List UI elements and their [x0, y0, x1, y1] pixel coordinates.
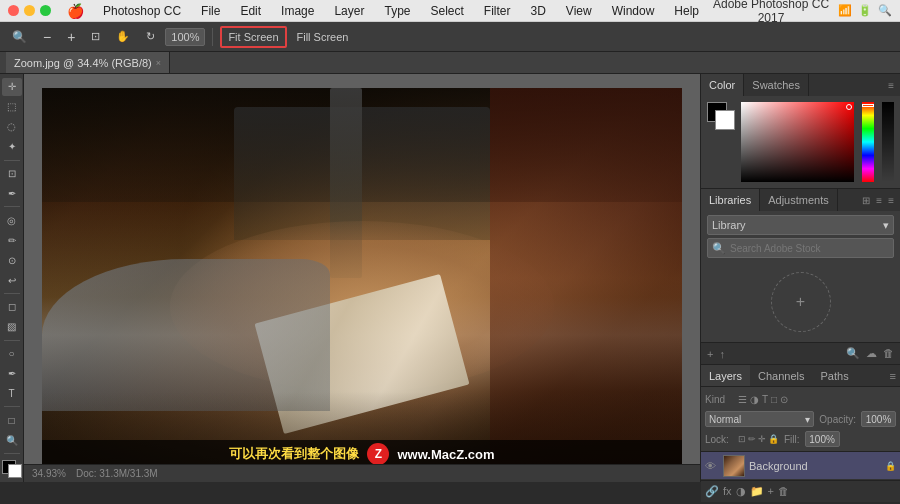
blend-mode-row: Normal ▾ Opacity:	[705, 410, 896, 428]
lock-transparent-icon[interactable]: ⊡	[738, 434, 746, 444]
lasso-tool[interactable]: ◌	[2, 118, 22, 136]
background-color[interactable]	[8, 464, 22, 478]
lock-all-icon[interactable]: 🔒	[768, 434, 779, 444]
wifi-icon: 📶	[838, 4, 852, 17]
hand-icon[interactable]: ✋	[110, 26, 136, 48]
kind-shape-icon[interactable]: □	[771, 394, 777, 405]
hue-bar[interactable]	[862, 102, 874, 182]
fg-bg-color-swatches[interactable]	[707, 102, 735, 130]
kind-smart-icon[interactable]: ⊙	[780, 394, 788, 405]
fx-icon[interactable]: fx	[723, 485, 732, 498]
fit-screen-button[interactable]: Fit Screen	[220, 26, 286, 48]
zoom-level-input[interactable]	[165, 28, 205, 46]
library-trash-icon[interactable]: 🗑	[883, 347, 894, 360]
left-tools-panel: ✛ ⬚ ◌ ✦ ⊡ ✒ ◎ ✏ ⊙ ↩ ◻ ▨ ○ ✒ T □ 🔍	[0, 74, 24, 482]
menu-edit[interactable]: Edit	[235, 4, 266, 18]
opacity-input[interactable]	[861, 411, 896, 427]
kind-text-icon[interactable]: T	[762, 394, 768, 405]
document-tab[interactable]: Zoom.jpg @ 34.4% (RGB/8) ×	[6, 52, 170, 73]
menu-photoshop[interactable]: Photoshop CC	[98, 4, 186, 18]
eyedropper-tool[interactable]: ✒	[2, 185, 22, 203]
new-layer-icon[interactable]: +	[768, 485, 774, 498]
library-search-icon[interactable]: 🔍	[846, 347, 860, 360]
tab-layers[interactable]: Layers	[701, 365, 750, 386]
libraries-menu-icon[interactable]: ≡	[886, 193, 896, 208]
library-add-icon[interactable]: +	[707, 348, 713, 360]
type-tool[interactable]: T	[2, 384, 22, 402]
close-button[interactable]	[8, 5, 19, 16]
library-upload-icon[interactable]: ↑	[719, 348, 725, 360]
new-group-icon[interactable]: 📁	[750, 485, 764, 498]
search-menu-icon[interactable]: 🔍	[878, 4, 892, 17]
add-library-circle[interactable]: +	[771, 272, 831, 332]
libraries-grid-icon[interactable]: ⊞	[860, 193, 872, 208]
tab-libraries[interactable]: Libraries	[701, 189, 760, 211]
magic-wand-tool[interactable]: ✦	[2, 138, 22, 156]
menu-3d[interactable]: 3D	[526, 4, 551, 18]
menu-file[interactable]: File	[196, 4, 225, 18]
color-gradient-picker[interactable]	[741, 102, 854, 182]
menu-view[interactable]: View	[561, 4, 597, 18]
zoom-tool[interactable]: 🔍	[2, 431, 22, 449]
canvas-status-bar: 34.93% Doc: 31.3M/31.3M	[24, 464, 700, 482]
tab-channels[interactable]: Channels	[750, 365, 812, 386]
tab-color[interactable]: Color	[701, 74, 744, 96]
zoom-in-btn[interactable]: +	[61, 26, 81, 48]
layer-visibility-eye[interactable]: 👁	[705, 460, 719, 472]
color-panel-menu-icon[interactable]: ≡	[886, 78, 896, 93]
library-cloud-icon[interactable]: ☁	[866, 347, 877, 360]
tab-adjustments[interactable]: Adjustments	[760, 189, 838, 211]
fill-screen-button[interactable]: Fill Screen	[291, 26, 355, 48]
clone-tool[interactable]: ⊙	[2, 251, 22, 269]
kind-pixel-icon[interactable]: ☰	[738, 394, 747, 405]
link-layers-icon[interactable]: 🔗	[705, 485, 719, 498]
history-brush-tool[interactable]: ↩	[2, 271, 22, 289]
menu-help[interactable]: Help	[669, 4, 704, 18]
tab-paths[interactable]: Paths	[813, 365, 857, 386]
library-dropdown[interactable]: Library ▾	[707, 215, 894, 235]
lock-position-icon[interactable]: ✛	[758, 434, 766, 444]
spot-heal-tool[interactable]: ◎	[2, 211, 22, 229]
kind-adjust-icon[interactable]: ◑	[750, 394, 759, 405]
main-layout: ✛ ⬚ ◌ ✦ ⊡ ✒ ◎ ✏ ⊙ ↩ ◻ ▨ ○ ✒ T □ 🔍	[0, 74, 900, 482]
layers-menu-icon[interactable]: ≡	[890, 370, 896, 382]
tool-sep-1	[4, 160, 20, 161]
eraser-tool[interactable]: ◻	[2, 298, 22, 316]
fill-input[interactable]	[805, 431, 840, 447]
libraries-list-icon[interactable]: ≡	[874, 193, 884, 208]
selection-tool[interactable]: ⬚	[2, 98, 22, 116]
brush-tool[interactable]: ✏	[2, 231, 22, 249]
layer-item-background[interactable]: 👁 Background 🔒	[701, 452, 900, 480]
menu-layer[interactable]: Layer	[329, 4, 369, 18]
lock-pixels-icon[interactable]: ✏	[748, 434, 756, 444]
menu-filter[interactable]: Filter	[479, 4, 516, 18]
background-right	[490, 88, 682, 468]
tab-close-btn[interactable]: ×	[156, 58, 161, 68]
menu-window[interactable]: Window	[607, 4, 660, 18]
menu-type[interactable]: Type	[379, 4, 415, 18]
maximize-button[interactable]	[40, 5, 51, 16]
delete-layer-icon[interactable]: 🗑	[778, 485, 789, 498]
move-tool[interactable]: ✛	[2, 78, 22, 96]
gradient-tool[interactable]: ▨	[2, 318, 22, 336]
toolbar-sep-1	[212, 28, 213, 46]
adjustment-layer-icon[interactable]: ◑	[736, 485, 746, 498]
shape-tool[interactable]: □	[2, 411, 22, 429]
blend-mode-select[interactable]: Normal ▾	[705, 411, 814, 427]
menu-select[interactable]: Select	[425, 4, 468, 18]
tab-swatches[interactable]: Swatches	[744, 74, 809, 96]
zoom-out-btn[interactable]: −	[37, 26, 57, 48]
menu-image[interactable]: Image	[276, 4, 319, 18]
zoom-tool-icon[interactable]: 🔍	[6, 26, 33, 48]
alpha-bar[interactable]	[882, 102, 894, 182]
rotate-icon[interactable]: ↻	[140, 26, 161, 48]
minimize-button[interactable]	[24, 5, 35, 16]
resize-icon[interactable]: ⊡	[85, 26, 106, 48]
foreground-background-colors[interactable]	[2, 460, 22, 478]
background-color-swatch[interactable]	[715, 110, 735, 130]
crop-tool[interactable]: ⊡	[2, 165, 22, 183]
hue-bar-indicator	[862, 104, 874, 107]
pen-tool[interactable]: ✒	[2, 365, 22, 383]
library-footer-left-icons: + ↑	[707, 348, 725, 360]
dodge-tool[interactable]: ○	[2, 345, 22, 363]
